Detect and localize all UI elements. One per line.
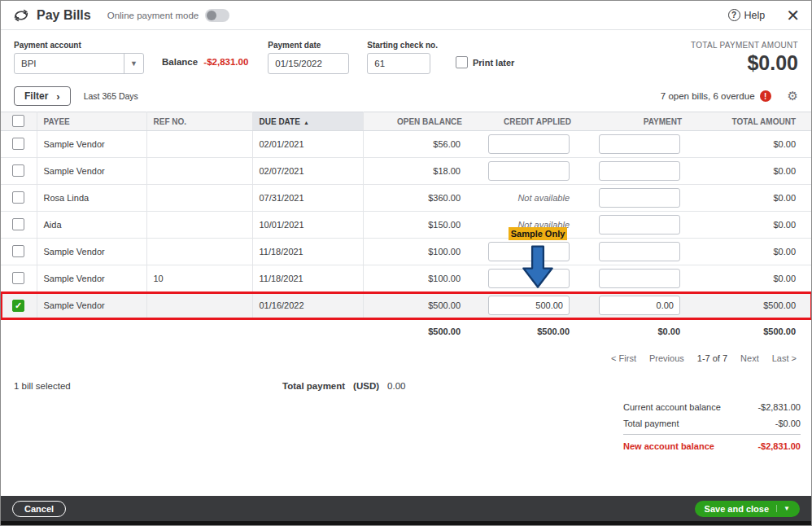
pagination-range: 1-7 of 7 xyxy=(697,353,727,363)
pagination-previous[interactable]: Previous xyxy=(649,353,684,363)
new-balance-value: -$2,831.00 xyxy=(757,441,801,451)
starting-check-field: Starting check no. xyxy=(367,41,438,74)
help-button[interactable]: ? Help xyxy=(728,9,766,21)
payment-date-label: Payment date xyxy=(268,41,349,50)
credit-applied-input[interactable] xyxy=(488,296,570,315)
credit-applied-input[interactable] xyxy=(488,161,570,181)
ref-no-cell: 10 xyxy=(146,265,252,292)
payment-cell xyxy=(578,131,688,158)
row-checkbox[interactable] xyxy=(12,138,24,150)
pagination-next[interactable]: Next xyxy=(740,353,759,363)
open-balance-cell: $56.00 xyxy=(363,131,469,158)
credit-applied-input[interactable] xyxy=(488,269,570,288)
credit-applied-input[interactable] xyxy=(488,242,570,261)
open-bills-summary-text: 7 open bills, 6 overdue xyxy=(661,91,755,101)
payment-account-select[interactable]: BPI ▼ xyxy=(14,53,144,74)
total-payment-label: Total payment xyxy=(282,381,345,391)
payment-cell xyxy=(578,239,688,265)
bills-selected-label: 1 bill selected xyxy=(14,381,282,391)
credit-applied-input[interactable] xyxy=(488,134,570,154)
open-balance-cell: $100.00 xyxy=(363,265,469,292)
current-balance-row: Current account balance -$2,831.00 xyxy=(623,399,801,415)
pagination-first[interactable]: < First xyxy=(611,353,636,363)
total-payment-currency: (USD) xyxy=(353,381,379,391)
select-all-checkbox[interactable] xyxy=(12,115,24,127)
credit-applied-cell xyxy=(469,265,578,292)
pagination: < First Previous 1-7 of 7 Next Last > xyxy=(1,344,811,370)
select-all-header xyxy=(1,112,37,131)
filter-bar: Filter › Last 365 Days 7 open bills, 6 o… xyxy=(1,82,811,112)
help-label: Help xyxy=(744,10,766,21)
starting-check-input[interactable] xyxy=(367,53,430,74)
payment-input[interactable] xyxy=(599,269,680,288)
column-header-open-balance[interactable]: OPEN BALANCE xyxy=(363,112,469,131)
credit-applied-cell xyxy=(469,292,578,319)
new-balance-row: New account balance -$2,831.00 xyxy=(623,434,801,454)
payment-input[interactable] xyxy=(599,161,680,181)
total-amount-cell: $0.00 xyxy=(688,212,812,239)
summary-total-payment-row: Total payment -$0.00 xyxy=(623,415,801,432)
payment-account-field: Payment account BPI ▼ xyxy=(14,41,144,74)
credit-applied-cell xyxy=(469,239,578,265)
due-date-cell: 02/01/2021 xyxy=(252,131,363,158)
payee-cell: Sample Vendor xyxy=(37,239,146,265)
row-checkbox[interactable] xyxy=(12,164,24,177)
column-header-payment[interactable]: PAYMENT xyxy=(578,112,688,131)
new-balance-label: New account balance xyxy=(623,441,714,451)
summary-total-payment-label: Total payment xyxy=(623,419,679,428)
payment-input[interactable] xyxy=(599,215,680,235)
current-balance-label: Current account balance xyxy=(623,402,721,412)
balance-label: Balance xyxy=(162,57,198,67)
bottom-strip xyxy=(1,521,811,525)
total-payment-amount-block: TOTAL PAYMENT AMOUNT $0.00 xyxy=(691,41,798,75)
payment-input[interactable] xyxy=(599,134,680,154)
payment-cell xyxy=(578,212,688,239)
total-amount-cell: $0.00 xyxy=(688,158,812,185)
column-header-total-amount[interactable]: TOTAL AMOUNT xyxy=(688,112,812,131)
chevron-right-icon: › xyxy=(56,91,59,102)
filter-button[interactable]: Filter › xyxy=(14,86,71,106)
print-later-checkbox[interactable] xyxy=(456,56,468,68)
starting-check-label: Starting check no. xyxy=(367,41,438,50)
close-icon[interactable]: ✕ xyxy=(786,7,800,24)
totals-payment: $0.00 xyxy=(578,319,688,344)
total-payment-amount-label: TOTAL PAYMENT AMOUNT xyxy=(691,41,798,50)
column-header-payee[interactable]: PAYEE xyxy=(37,112,146,131)
online-payment-toggle[interactable] xyxy=(205,9,229,22)
payee-cell: Sample Vendor xyxy=(37,265,146,292)
payment-date-input[interactable] xyxy=(268,53,349,74)
payment-input[interactable] xyxy=(599,242,680,261)
pagination-last[interactable]: Last > xyxy=(772,353,797,363)
payment-input[interactable] xyxy=(599,188,680,208)
current-balance-value: -$2,831.00 xyxy=(757,402,801,412)
row-checkbox[interactable] xyxy=(12,245,24,257)
row-checkbox[interactable] xyxy=(12,191,24,204)
column-header-ref-no[interactable]: REF NO. xyxy=(146,112,252,131)
row-checkbox[interactable] xyxy=(12,300,24,312)
gear-icon[interactable]: ⚙ xyxy=(788,89,798,103)
save-and-close-button[interactable]: Save and close ▼ xyxy=(695,501,800,517)
pay-bills-window: Pay Bills Online payment mode ? Help ✕ P… xyxy=(0,0,812,526)
open-balance-cell: $100.00 xyxy=(363,239,469,265)
open-balance-cell: $360.00 xyxy=(363,185,469,212)
column-header-credit-applied[interactable]: CREDIT APPLIED xyxy=(469,112,578,131)
table-header-row: PAYEE REF NO. DUE DATE▲ OPEN BALANCE CRE… xyxy=(1,112,812,131)
payee-cell: Aida xyxy=(37,212,146,239)
total-payment-value: 0.00 xyxy=(387,381,405,391)
totals-row: $500.00 $500.00 $0.00 $500.00 xyxy=(1,319,812,344)
row-checkbox[interactable] xyxy=(12,272,24,284)
print-later-label: Print later xyxy=(473,58,514,68)
sort-ascending-icon: ▲ xyxy=(303,120,309,125)
table-row: Sample Vendor 10 11/18/2021 $100.00 $0.0… xyxy=(1,265,812,292)
row-checkbox[interactable] xyxy=(12,218,24,230)
ref-no-cell xyxy=(146,239,252,265)
column-header-due-date[interactable]: DUE DATE▲ xyxy=(252,112,363,131)
total-amount-cell: $0.00 xyxy=(688,185,812,212)
balance-value: -$2,831.00 xyxy=(203,57,248,67)
open-bills-summary: 7 open bills, 6 overdue ! xyxy=(661,90,771,102)
date-range-label: Last 365 Days xyxy=(84,91,138,101)
payment-account-label: Payment account xyxy=(14,41,144,50)
cancel-button[interactable]: Cancel xyxy=(12,501,66,517)
payment-input[interactable] xyxy=(599,296,680,315)
credit-applied-cell: Not available xyxy=(469,212,578,239)
